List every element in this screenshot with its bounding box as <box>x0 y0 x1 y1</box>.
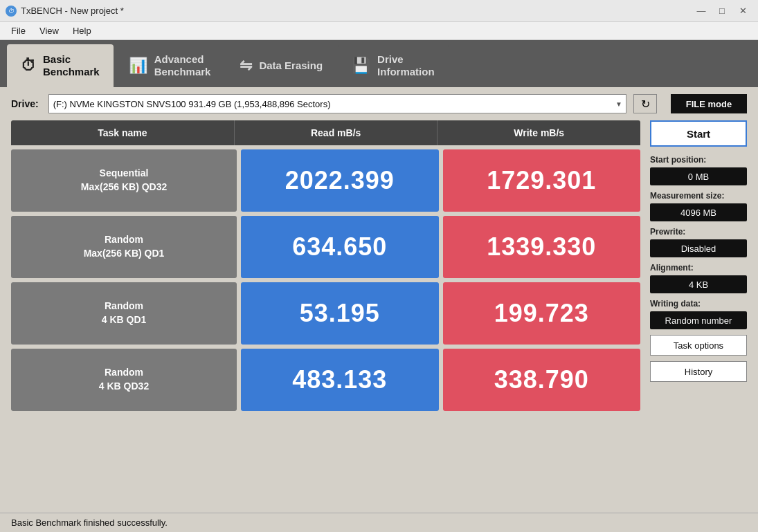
history-button[interactable]: History <box>650 361 747 382</box>
table-area: Task name Read mB/s Write mB/s Sequentia… <box>11 120 640 506</box>
drive-information-icon: 💾 <box>352 57 370 75</box>
table-rows: SequentialMax(256 KB) QD32 2022.399 1729… <box>11 145 640 415</box>
read-cell-3: 483.133 <box>241 349 438 411</box>
title-bar: ⏱ TxBENCH - New project * — □ ✕ <box>0 0 758 22</box>
col-read-mbs: Read mB/s <box>235 120 438 145</box>
drive-label: Drive: <box>11 98 39 109</box>
task-cell-3: Random4 KB QD32 <box>11 349 237 411</box>
main-content: Drive: (F:) NVMe KINGSTON SNVS100 931.49… <box>0 87 758 513</box>
tab-bar: ⏱ BasicBenchmark 📊 AdvancedBenchmark ⇋ D… <box>0 40 758 87</box>
advanced-benchmark-icon: 📊 <box>129 57 147 75</box>
file-mode-button[interactable]: FILE mode <box>671 94 747 113</box>
drive-refresh-button[interactable]: ↻ <box>633 94 657 113</box>
table-row: RandomMax(256 KB) QD1 634.650 1339.330 <box>11 216 640 278</box>
col-write-mbs: Write mB/s <box>437 120 640 145</box>
alignment-value: 4 KB <box>650 275 747 293</box>
write-cell-1: 1339.330 <box>443 216 640 278</box>
close-button[interactable]: ✕ <box>733 3 752 19</box>
col-task-name: Task name <box>11 120 235 145</box>
write-cell-3: 338.790 <box>443 349 640 411</box>
menu-bar: File View Help <box>0 22 758 40</box>
read-cell-1: 634.650 <box>241 216 438 278</box>
writing-data-label: Writing data: <box>650 299 747 309</box>
refresh-icon: ↻ <box>641 98 650 111</box>
window-title: TxBENCH - New project * <box>21 6 124 16</box>
measurement-size-value: 4096 MB <box>650 203 747 221</box>
basic-benchmark-icon: ⏱ <box>21 57 36 75</box>
start-position-value: 0 MB <box>650 167 747 185</box>
data-erasing-icon: ⇋ <box>240 57 252 75</box>
drive-row: Drive: (F:) NVMe KINGSTON SNVS100 931.49… <box>0 87 758 120</box>
write-cell-2: 199.723 <box>443 282 640 345</box>
tab-data-erasing[interactable]: ⇋ Data Erasing <box>226 44 336 87</box>
maximize-button[interactable]: □ <box>712 3 732 19</box>
drive-select-wrap: (F:) NVMe KINGSTON SNVS100 931.49 GB (1,… <box>48 94 626 113</box>
prewrite-label: Prewrite: <box>650 227 747 237</box>
table-row: SequentialMax(256 KB) QD32 2022.399 1729… <box>11 149 640 212</box>
alignment-label: Alignment: <box>650 263 747 273</box>
tab-drive-information-label: DriveInformation <box>377 53 435 78</box>
status-message: Basic Benchmark finished successfully. <box>11 517 168 528</box>
menu-help[interactable]: Help <box>66 24 98 37</box>
menu-view[interactable]: View <box>33 24 66 37</box>
app-icon: ⏱ <box>6 6 17 17</box>
menu-file[interactable]: File <box>4 24 33 37</box>
start-position-label: Start position: <box>650 155 747 165</box>
tab-basic-benchmark-label: BasicBenchmark <box>43 53 100 78</box>
table-header: Task name Read mB/s Write mB/s <box>11 120 640 145</box>
status-bar: Basic Benchmark finished successfully. <box>0 513 758 532</box>
right-panel: Start Start position: 0 MB Measurement s… <box>650 120 747 506</box>
minimize-button[interactable]: — <box>692 3 711 19</box>
task-cell-2: Random4 KB QD1 <box>11 282 237 345</box>
read-cell-0: 2022.399 <box>241 149 438 212</box>
task-options-button[interactable]: Task options <box>650 335 747 356</box>
table-row: Random4 KB QD32 483.133 338.790 <box>11 349 640 411</box>
start-button[interactable]: Start <box>650 120 747 147</box>
task-cell-1: RandomMax(256 KB) QD1 <box>11 216 237 278</box>
task-cell-0: SequentialMax(256 KB) QD32 <box>11 149 237 212</box>
title-bar-controls: — □ ✕ <box>692 3 752 19</box>
writing-data-value: Random number <box>650 311 747 329</box>
tab-basic-benchmark[interactable]: ⏱ BasicBenchmark <box>7 44 114 87</box>
write-cell-0: 1729.301 <box>443 149 640 212</box>
read-cell-2: 53.195 <box>241 282 438 345</box>
tab-advanced-benchmark-label: AdvancedBenchmark <box>154 53 211 78</box>
tab-data-erasing-label: Data Erasing <box>259 59 323 72</box>
drive-select[interactable]: (F:) NVMe KINGSTON SNVS100 931.49 GB (1,… <box>48 94 626 113</box>
benchmark-area: Task name Read mB/s Write mB/s Sequentia… <box>0 120 758 513</box>
prewrite-value: Disabled <box>650 239 747 257</box>
tab-drive-information[interactable]: 💾 DriveInformation <box>338 44 449 87</box>
tab-advanced-benchmark[interactable]: 📊 AdvancedBenchmark <box>115 44 225 87</box>
title-bar-left: ⏱ TxBENCH - New project * <box>6 6 124 17</box>
table-row: Random4 KB QD1 53.195 199.723 <box>11 282 640 345</box>
measurement-size-label: Measurement size: <box>650 191 747 201</box>
